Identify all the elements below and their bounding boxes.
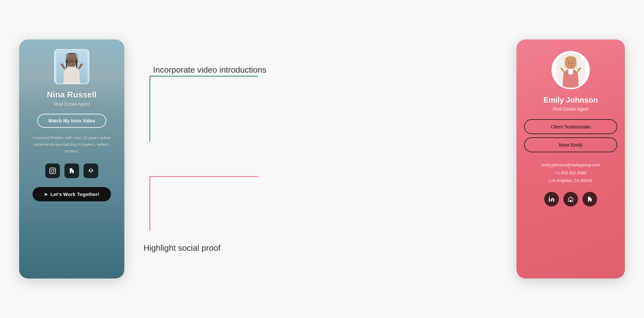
svg-point-8 [90, 169, 92, 172]
emily-title: Real Estate Agent [553, 106, 589, 112]
emily-location: Los Angeles, CA 90015 [541, 177, 600, 185]
svg-point-13 [572, 62, 573, 64]
send-icon: ➤ [44, 192, 48, 197]
lets-work-label: Let's Work Together! [50, 192, 99, 197]
nina-social-icons [45, 163, 98, 178]
watch-video-button[interactable]: Watch My Intro Video [37, 114, 106, 128]
instagram-icon[interactable] [45, 163, 60, 178]
main-container: Nina Russell Real Estate Agent Watch My … [0, 0, 644, 318]
left-card-nina: Nina Russell Real Estate Agent Watch My … [19, 40, 124, 278]
emily-email: emily.johnson@realtygroup.com [541, 161, 600, 169]
connector-lines-svg [124, 40, 516, 278]
linkedin-icon[interactable] [544, 192, 559, 206]
nina-title: Real Estate Agent [54, 102, 90, 107]
nina-bio: Licensed Realtor with over 12 years acti… [26, 135, 118, 155]
emily-avatar [552, 51, 590, 89]
houzz-icon-right[interactable] [582, 192, 597, 206]
emily-name: Emily Johnson [544, 96, 598, 105]
meet-emily-button[interactable]: Meet Emily [524, 137, 617, 152]
svg-point-7 [54, 169, 55, 170]
social-proof-text: Highlight social proof [143, 243, 220, 253]
houzz-icon-left[interactable] [64, 163, 79, 178]
svg-point-6 [51, 170, 54, 172]
lets-work-button[interactable]: ➤ Let's Work Together! [33, 187, 111, 201]
svg-point-14 [549, 197, 550, 198]
left-card-content: Nina Russell Real Estate Agent Watch My … [19, 40, 124, 278]
video-intro-annotation: Incorporate video introductions [153, 65, 267, 75]
middle-annotation-area: Incorporate video introductions Highligh… [124, 40, 516, 278]
social-proof-annotation: Highlight social proof [143, 243, 220, 253]
svg-rect-5 [50, 168, 55, 174]
nina-avatar-svg [55, 50, 89, 83]
video-intro-text: Incorporate video introductions [153, 65, 267, 75]
emily-social-icons [544, 192, 597, 206]
nina-name: Nina Russell [47, 90, 97, 100]
right-card-emily: Emily Johnson Real Estate Agent Client T… [516, 40, 625, 278]
emily-contact-info: emily.johnson@realtygroup.com +1 933 432… [541, 161, 600, 185]
nina-avatar [54, 49, 89, 84]
emily-avatar-svg [555, 53, 587, 88]
client-testimonials-button[interactable]: Client Testimonials [524, 119, 617, 134]
zillow-icon[interactable] [563, 192, 578, 206]
svg-point-12 [568, 62, 570, 64]
emily-phone: +1 933 432 4399 [541, 169, 600, 177]
podcast-icon[interactable] [84, 163, 98, 178]
